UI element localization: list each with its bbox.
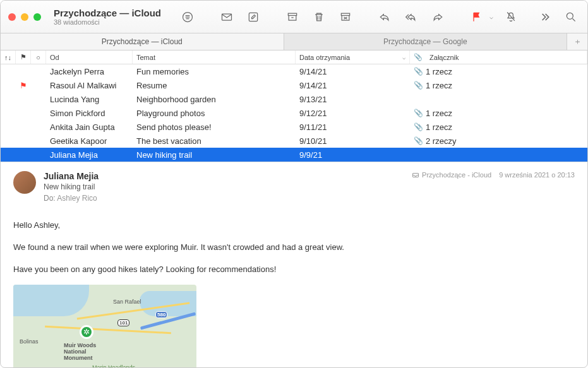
map-label: San Rafael <box>113 299 141 305</box>
row-date: 9/13/21 <box>296 95 410 104</box>
row-subject: Fun memories <box>133 67 296 76</box>
map-pin-icon: ✲ <box>80 325 93 339</box>
svg-point-5 <box>567 13 573 19</box>
row-subject: Neighborhood garden <box>133 95 296 104</box>
map-attachment[interactable]: San Rafael Bolinas Muir Woods National M… <box>13 285 196 368</box>
row-from: Juliana Mejia <box>46 150 133 160</box>
tab-label: Przychodzące — iCloud <box>102 37 183 46</box>
message-list: Jackelyn PerraFun memories9/14/21📎1 rzec… <box>1 64 587 162</box>
tab-label: Przychodzące — Google <box>383 37 467 46</box>
message-row[interactable]: Simon PickfordPlayground photos9/12/21📎1… <box>1 106 587 120</box>
subject-header[interactable]: Temat <box>133 50 296 64</box>
svg-rect-4 <box>341 13 349 15</box>
row-from: Rasoul Al Malkawi <box>46 81 133 90</box>
paperclip-icon: 📎 <box>414 136 423 145</box>
close-window[interactable] <box>8 13 16 21</box>
message-row[interactable]: ⚑Rasoul Al MalkawiResume9/14/21📎1 rzecz <box>1 78 587 92</box>
paperclip-icon: 📎 <box>414 109 423 117</box>
reply-all-icon[interactable] <box>402 8 420 26</box>
mailbox-tabs: Przychodzące — iCloud Przychodzące — Goo… <box>1 33 587 50</box>
paperclip-icon: 📎 <box>414 122 423 131</box>
junk-icon[interactable] <box>337 8 354 26</box>
read-header[interactable]: ○ <box>31 50 46 64</box>
message-row[interactable]: Jackelyn PerraFun memories9/14/21📎1 rzec… <box>1 64 587 78</box>
row-from: Simon Pickford <box>46 109 133 118</box>
row-attachment: 📎2 rzeczy <box>410 136 587 146</box>
title-block: Przychodzące — iCloud 38 wiadomości <box>54 8 161 26</box>
row-attachment: 📎1 rzecz <box>410 109 587 118</box>
body-paragraph: Hello Ashley, <box>13 219 575 232</box>
row-attachment: 📎1 rzecz <box>410 122 587 132</box>
sort-header[interactable]: ↑↓ <box>1 50 16 64</box>
search-icon[interactable] <box>562 8 580 26</box>
flag-icon: ⚑ <box>20 81 27 90</box>
message-row[interactable]: Lucinda YangNeighborhood garden9/13/21 <box>1 92 587 106</box>
row-date: 9/14/21 <box>296 67 410 76</box>
minimize-window[interactable] <box>21 13 28 21</box>
message-row[interactable]: Ankita Jain GuptaSend photos please!9/11… <box>1 120 587 134</box>
row-date: 9/10/21 <box>296 136 410 146</box>
attachment-header[interactable]: 📎 Załącznik <box>410 50 587 64</box>
body-paragraph: Have you been on any good hikes lately? … <box>13 263 575 276</box>
from-header[interactable]: Od <box>46 50 133 64</box>
row-date: 9/9/21 <box>296 150 410 160</box>
mute-icon[interactable] <box>502 8 520 26</box>
filter-icon[interactable] <box>179 8 196 26</box>
message-row[interactable]: Geetika KapoorThe best vacation9/10/21📎2… <box>1 134 587 148</box>
svg-rect-3 <box>288 13 296 15</box>
preview-timestamp: 9 września 2021 o 20:13 <box>499 171 575 179</box>
tab-icloud[interactable]: Przychodzące — iCloud <box>1 33 284 50</box>
paperclip-icon: 📎 <box>414 67 423 76</box>
flag-menu-chevron[interactable]: ⌵ <box>489 13 493 20</box>
row-from: Jackelyn Perra <box>46 67 133 76</box>
row-attachment: 📎1 rzecz <box>410 67 587 76</box>
row-attachment: 📎1 rzecz <box>410 81 587 90</box>
map-label: Bolinas <box>20 338 39 345</box>
row-subject: New hiking trail <box>133 150 296 160</box>
zoom-window[interactable] <box>33 13 41 21</box>
tab-google[interactable]: Przychodzące — Google <box>284 33 568 50</box>
column-headers: ↑↓ ⚑ ○ Od Temat Data otrzymania⌵ 📎 Załąc… <box>1 50 587 64</box>
flag-icon[interactable] <box>468 8 486 26</box>
reply-icon[interactable] <box>376 8 393 26</box>
row-subject: The best vacation <box>133 136 296 146</box>
forward-icon[interactable] <box>429 8 447 26</box>
message-count: 38 wiadomości <box>54 18 161 26</box>
svg-rect-1 <box>222 14 232 20</box>
window-controls <box>8 13 41 21</box>
row-subject: Playground photos <box>133 109 296 118</box>
preview-to: Do: Ashley Rico <box>44 194 404 203</box>
flag-header[interactable]: ⚑ <box>16 50 31 64</box>
preview-pane: Juliana Mejia New hiking trail Do: Ashle… <box>1 162 587 368</box>
date-header[interactable]: Data otrzymania⌵ <box>296 50 410 64</box>
paperclip-icon: 📎 <box>414 81 423 90</box>
row-subject: Send photos please! <box>133 122 296 132</box>
envelope-icon[interactable] <box>218 8 236 26</box>
row-date: 9/14/21 <box>296 81 410 90</box>
compose-icon[interactable] <box>244 8 262 26</box>
avatar <box>13 171 36 194</box>
toolbar: ⌵ <box>179 8 580 26</box>
body-paragraph: We found a new trail when we were explor… <box>13 241 575 254</box>
preview-body: Hello Ashley,We found a new trail when w… <box>13 219 575 276</box>
message-row[interactable]: Juliana MejiaNew hiking trail9/9/21 <box>1 148 587 162</box>
overflow-icon[interactable] <box>536 8 553 26</box>
row-from: Lucinda Yang <box>46 95 133 104</box>
window-title: Przychodzące — iCloud <box>54 8 161 18</box>
row-date: 9/11/21 <box>296 122 410 132</box>
row-from: Geetika Kapoor <box>46 136 133 146</box>
preview-subject: New hiking trail <box>44 182 404 191</box>
titlebar: Przychodzące — iCloud 38 wiadomości ⌵ <box>1 1 587 33</box>
row-subject: Resume <box>133 81 296 90</box>
row-from: Ankita Jain Gupta <box>46 122 133 132</box>
archive-icon[interactable] <box>284 8 301 26</box>
add-tab-button[interactable]: ＋ <box>567 33 587 50</box>
preview-inbox[interactable]: Przychodzące - iCloud <box>412 171 491 179</box>
route-shield: 580 <box>155 311 167 318</box>
map-label: Marin Headlands <box>92 364 135 368</box>
route-shield: 101 <box>117 319 129 326</box>
trash-icon[interactable] <box>310 8 328 26</box>
row-date: 9/12/21 <box>296 109 410 118</box>
preview-from: Juliana Mejia <box>44 171 404 181</box>
svg-rect-2 <box>249 13 257 21</box>
